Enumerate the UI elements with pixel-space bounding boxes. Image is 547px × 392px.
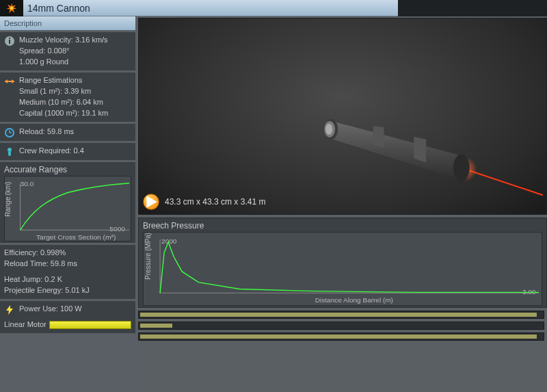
bolt-icon	[4, 304, 15, 315]
muzzle-velocity: Muzzle Velocity: 3.16 km/s	[19, 35, 131, 46]
svg-marker-19	[373, 126, 384, 148]
x-max: 5000	[109, 225, 125, 233]
accurate-ranges-panel: Accurate Ranges 30.0 5000 Range (km) Tar…	[0, 162, 135, 243]
svg-rect-12	[8, 151, 11, 156]
svg-rect-4	[9, 38, 10, 39]
range-medium: Medium (10 m²): 6.04 km	[19, 97, 131, 108]
play-button[interactable]	[143, 194, 159, 210]
x-axis-label: Distance Along Barrel (m)	[315, 296, 393, 304]
stat-reload: Reload: 59.8 ms	[0, 124, 135, 141]
heat-jump: Heat Jump: 0.2 K	[4, 274, 131, 285]
sidebar: Description Muzzle Velocity: 3.16 km/s S…	[0, 16, 135, 392]
breech-pressure-chart: 2000 3.00 Pressure (MPa) Distance Along …	[143, 232, 542, 306]
svg-marker-20	[414, 137, 426, 163]
model-dimensions: 43.3 cm x 43.3 cm x 3.41 m	[165, 197, 265, 207]
crew-required: Crew Required: 0.4	[19, 146, 131, 157]
page-title[interactable]: 14mm Cannon	[23, 0, 398, 16]
stat-range: Range Estimations Small (1 m²): 3.39 km …	[0, 73, 135, 122]
range-small: Small (1 m²): 3.39 km	[19, 86, 131, 97]
spread: Spread: 0.008°	[19, 46, 131, 57]
stat-velocity: Muzzle Velocity: 3.16 km/s Spread: 0.008…	[0, 32, 135, 70]
range-capital: Capital (1000 m²): 19.1 km	[19, 108, 131, 119]
track-1[interactable]	[138, 311, 544, 319]
svg-marker-25	[146, 196, 157, 208]
reload-time-2: Reload Time: 59.8 ms	[4, 259, 131, 270]
svg-rect-3	[9, 40, 10, 44]
svg-marker-7	[5, 79, 8, 83]
range-icon	[4, 76, 15, 87]
x-axis-label: Target Cross Section (m²)	[36, 233, 116, 241]
linear-motor-bar	[49, 321, 131, 329]
tab-description[interactable]: Description	[0, 16, 135, 30]
round: 1.000 g Round	[19, 57, 131, 68]
svg-marker-15	[6, 305, 13, 315]
title-bar: 14mm Cannon	[0, 0, 547, 16]
svg-point-24	[453, 155, 470, 182]
stat-crew: Crew Required: 0.4	[0, 143, 135, 160]
timeline-tracks	[138, 311, 547, 343]
accurate-ranges-chart: 30.0 5000 Range (km) Target Cross Sectio…	[4, 176, 131, 241]
y-axis-label: Range (km)	[5, 181, 12, 216]
svg-marker-6	[12, 79, 14, 83]
track-2[interactable]	[138, 322, 544, 330]
clock-icon	[4, 127, 15, 138]
power-use: Power Use: 100 W	[19, 304, 131, 315]
breech-pressure-title: Breech Pressure	[143, 221, 542, 231]
accurate-ranges-title: Accurate Ranges	[4, 165, 131, 174]
svg-marker-18	[329, 120, 462, 180]
efficiency-panel: Efficiency: 0.998% Reload Time: 59.8 ms …	[0, 245, 135, 300]
linear-motor-label: Linear Motor	[4, 319, 46, 330]
power-panel: Power Use: 100 W Linear Motor	[0, 301, 135, 333]
y-axis-label: Pressure (MPa)	[144, 233, 152, 280]
svg-point-1	[10, 7, 14, 10]
viewport-3d[interactable]: 43.3 cm x 43.3 cm x 3.41 m	[138, 18, 547, 215]
explosion-icon	[0, 0, 23, 16]
track-3[interactable]	[138, 332, 544, 341]
efficiency: Efficiency: 0.998%	[4, 248, 131, 259]
projectile-energy: Projectile Energy: 5.01 kJ	[4, 285, 131, 296]
range-header: Range Estimations	[19, 75, 131, 86]
crew-icon	[4, 146, 15, 157]
svg-point-23	[325, 124, 332, 135]
reload-time: Reload: 59.8 ms	[19, 127, 131, 138]
breech-pressure-panel: Breech Pressure 2000 3.00 Pressure (MPa)…	[138, 218, 547, 308]
y-max: 30.0	[20, 179, 34, 187]
info-icon	[4, 36, 15, 47]
